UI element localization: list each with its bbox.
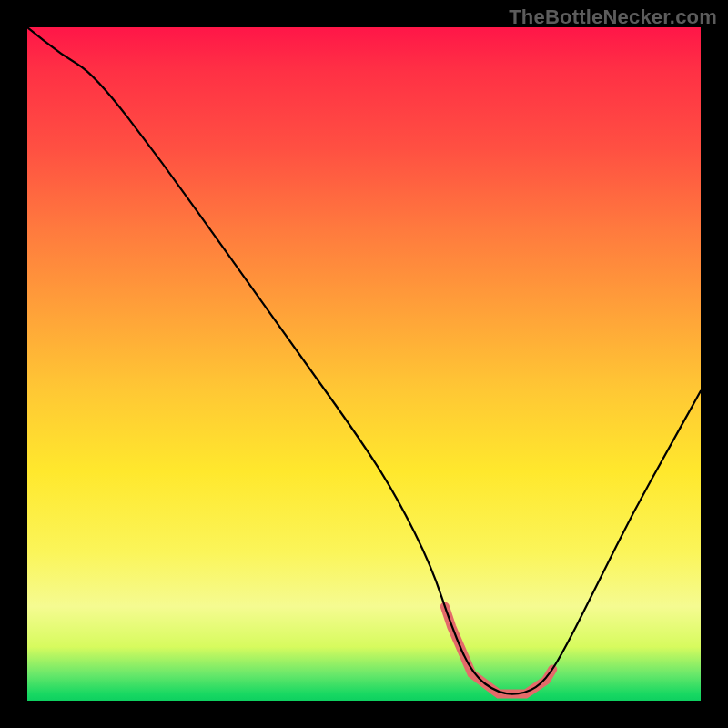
bottleneck-curve-line (27, 27, 701, 694)
watermark-text: TheBottleNecker.com (509, 5, 717, 29)
plot-area (27, 27, 701, 701)
bottleneck-curve-svg (27, 27, 701, 701)
chart-frame: TheBottleNecker.com (0, 0, 728, 728)
